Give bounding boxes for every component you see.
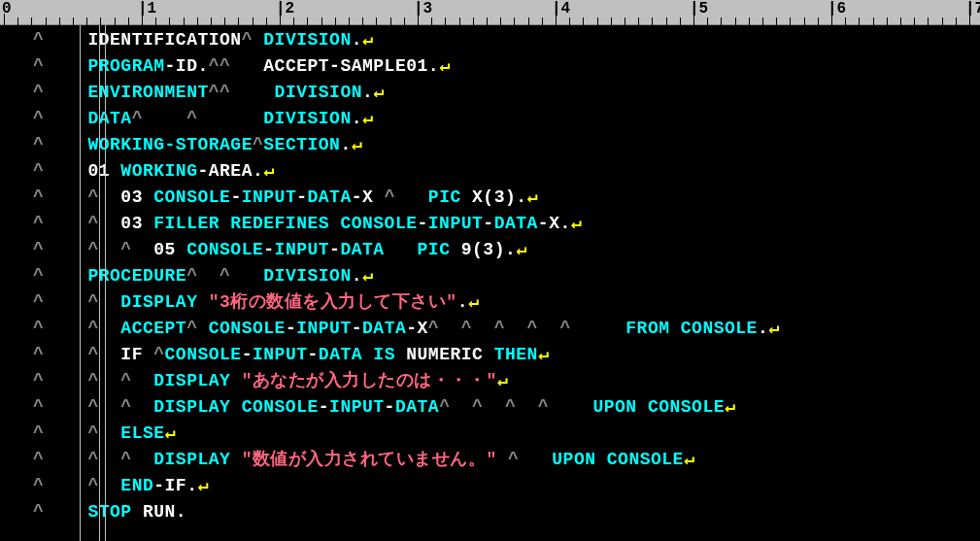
code-line[interactable]: ^ DATA^ ^ DIVISION.↵ (0, 106, 980, 132)
code-token: ENVIRONMENT (87, 83, 208, 102)
code-line[interactable]: ^ ^ END-IF.↵ (0, 473, 980, 499)
code-token: - (319, 397, 329, 417)
code-token: WORKING (120, 161, 197, 181)
newline-marker: ↵ (725, 397, 735, 417)
code-token: END (120, 476, 153, 495)
code-line[interactable]: ^ ^ DISPLAY "3桁の数値を入力して下さい".↵ (0, 289, 980, 316)
code-token: - (263, 240, 274, 259)
code-token: -X. (538, 214, 571, 233)
code-token: ACCEPT-SAMPLE01. (263, 56, 439, 76)
code-token: ^^ (209, 56, 264, 76)
code-token: 9(3). (450, 240, 516, 259)
ruler-number: 0 (2, 0, 12, 17)
code-token: -ID. (165, 56, 209, 76)
code-token: ^ (497, 450, 553, 469)
code-token: . (362, 83, 373, 102)
code-token: 03 (120, 214, 153, 233)
code-line[interactable]: ^ ^ ^ DISPLAY CONSOLE-INPUT-DATA^ ^ ^ ^ … (0, 394, 980, 421)
code-token: CONSOLE (153, 187, 230, 207)
code-line[interactable]: ^ ^ ^ DISPLAY "数値が入力されていません。" ^ UPON CON… (0, 447, 980, 473)
line-margin: ^ (0, 109, 77, 128)
code-token: - (286, 319, 296, 338)
margin-line-3 (105, 25, 106, 541)
code-token: STOP (87, 502, 131, 522)
code-token: CONSOLE (165, 345, 242, 364)
code-editor[interactable]: ^ IDENTIFICATION^ DIVISION.↵ ^ PROGRAM-I… (0, 25, 980, 525)
line-margin: ^ (0, 240, 77, 259)
code-token: FROM CONSOLE (625, 319, 758, 338)
code-token: - (296, 187, 307, 207)
code-line[interactable]: ^ IDENTIFICATION^ DIVISION.↵ (0, 27, 980, 53)
code-token: -AREA. (197, 161, 263, 181)
code-token: INPUT (428, 214, 484, 233)
code-token: DIVISION (275, 83, 362, 102)
code-token: INPUT (275, 240, 330, 259)
code-token: - (242, 345, 253, 364)
code-token: DATA (308, 187, 352, 207)
code-token: INPUT (296, 319, 352, 338)
code-token: DIVISION (263, 109, 351, 128)
line-margin: ^ (0, 30, 77, 50)
ruler-number: |4 (552, 0, 570, 17)
code-line[interactable]: ^ ENVIRONMENT^^ DIVISION.↵ (0, 80, 980, 106)
code-token: CONSOLE (209, 319, 286, 338)
code-line[interactable]: ^ STOP RUN. (0, 499, 980, 525)
code-token: ^ (242, 30, 264, 50)
line-margin: ^ (0, 450, 77, 469)
newline-marker: ↵ (197, 476, 208, 495)
code-token: . (457, 292, 468, 312)
code-token: X(3). (461, 187, 527, 207)
code-token: - (483, 214, 493, 233)
code-token: DATA IS (319, 345, 395, 364)
code-line[interactable]: ^ ^ 03 FILLER REDEFINES CONSOLE-INPUT-DA… (0, 211, 980, 237)
code-line[interactable]: ^ PROCEDURE^ ^ DIVISION.↵ (0, 263, 980, 289)
code-token: DATA (362, 319, 406, 338)
code-line[interactable]: ^ WORKING-STORAGE^SECTION.↵ (0, 132, 980, 158)
newline-marker: ↵ (468, 292, 479, 312)
code-line[interactable]: ^ ^ ^ DISPLAY "あなたが入力したのは・・・"↵ (0, 368, 980, 394)
code-token: ACCEPT (120, 319, 186, 338)
column-ruler: 0|1|2|3|4|5|6|7 (0, 0, 980, 25)
line-margin: ^ (0, 266, 77, 286)
code-token: DISPLAY (120, 292, 208, 312)
code-token: ^^ (209, 83, 275, 102)
code-token: DATA (395, 397, 439, 417)
code-token: SECTION (263, 135, 340, 154)
newline-marker: ↵ (165, 423, 176, 443)
code-token: ^ ^ (132, 109, 264, 128)
code-token: DATA PIC (340, 240, 450, 259)
code-token: NUMERIC (395, 345, 494, 364)
ruler-number: |2 (276, 0, 294, 17)
line-margin: ^ (0, 161, 77, 181)
code-token: UPON CONSOLE (592, 397, 725, 417)
code-line[interactable]: ^ ^ ACCEPT^ CONSOLE-INPUT-DATA-X^ ^ ^ ^ … (0, 316, 980, 342)
code-line[interactable]: ^ PROGRAM-ID.^^ ACCEPT-SAMPLE01.↵ (0, 53, 980, 80)
code-token: 03 (120, 187, 153, 207)
code-token: THEN (494, 345, 538, 364)
code-token: . (352, 30, 362, 50)
code-token: INPUT (329, 397, 385, 417)
line-margin: ^ (0, 292, 77, 312)
ruler-number: |5 (690, 0, 708, 17)
code-token: "数値が入力されていません。" (242, 450, 497, 469)
code-token: ^ ^ ^ ^ ^ (428, 319, 625, 338)
code-line[interactable]: ^ 01 WORKING-AREA.↵ (0, 158, 980, 185)
code-line[interactable]: ^ ^ ELSE↵ (0, 421, 980, 447)
ruler-number: |7 (965, 0, 980, 17)
line-margin: ^ (0, 371, 77, 390)
line-margin: ^ (0, 502, 77, 522)
code-token: RUN. (132, 502, 187, 522)
code-line[interactable]: ^ ^ ^ 05 CONSOLE-INPUT-DATA PIC 9(3).↵ (0, 237, 980, 263)
code-line[interactable]: ^ ^ IF ^CONSOLE-INPUT-DATA IS NUMERIC TH… (0, 342, 980, 368)
newline-marker: ↵ (684, 450, 694, 469)
newline-marker: ↵ (263, 161, 274, 181)
line-margin: ^ (0, 319, 77, 338)
code-token: DISPLAY (153, 450, 241, 469)
code-token: DIVISION (263, 266, 351, 286)
code-token: IF (120, 345, 153, 364)
line-margin: ^ (0, 345, 77, 364)
newline-marker: ↵ (439, 56, 450, 76)
code-token: WORKING-STORAGE (87, 135, 253, 154)
code-line[interactable]: ^ ^ 03 CONSOLE-INPUT-DATA-X ^ PIC X(3).↵ (0, 185, 980, 211)
code-token: - (418, 214, 428, 233)
